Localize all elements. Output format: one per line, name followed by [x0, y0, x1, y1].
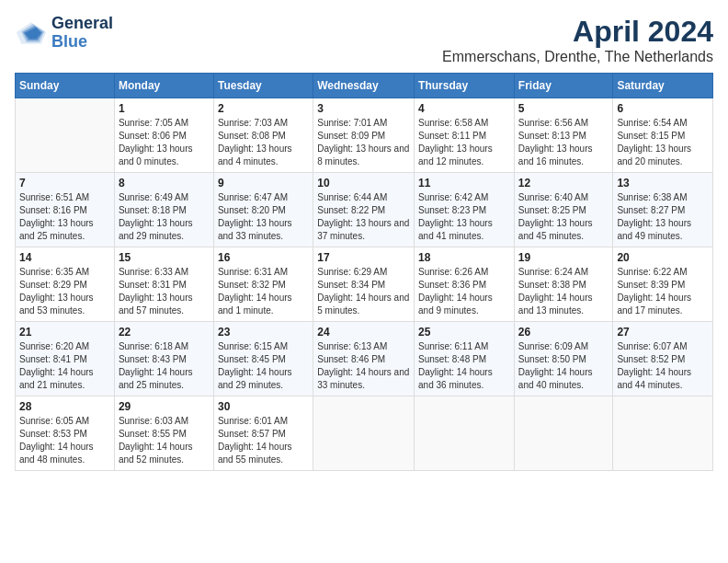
calendar-cell: 10Sunrise: 6:44 AMSunset: 8:22 PMDayligh… — [313, 173, 415, 247]
calendar-cell: 16Sunrise: 6:31 AMSunset: 8:32 PMDayligh… — [213, 247, 313, 322]
main-title: April 2024 — [442, 15, 713, 49]
calendar-cell: 22Sunrise: 6:18 AMSunset: 8:43 PMDayligh… — [114, 322, 213, 396]
day-number: 23 — [218, 326, 309, 339]
day-number: 30 — [218, 400, 309, 413]
day-info: Sunrise: 6:24 AMSunset: 8:38 PMDaylight:… — [518, 266, 609, 317]
calendar-cell: 23Sunrise: 6:15 AMSunset: 8:45 PMDayligh… — [213, 322, 313, 396]
day-info: Sunrise: 6:29 AMSunset: 8:34 PMDaylight:… — [317, 266, 410, 317]
day-header-saturday: Saturday — [613, 74, 713, 98]
day-info: Sunrise: 6:44 AMSunset: 8:22 PMDaylight:… — [317, 191, 410, 243]
day-info: Sunrise: 6:01 AMSunset: 8:57 PMDaylight:… — [218, 415, 309, 466]
day-info: Sunrise: 6:42 AMSunset: 8:23 PMDaylight:… — [418, 191, 510, 243]
day-info: Sunrise: 6:33 AMSunset: 8:31 PMDaylight:… — [119, 266, 210, 317]
day-info: Sunrise: 6:40 AMSunset: 8:25 PMDaylight:… — [518, 191, 609, 243]
day-number: 20 — [617, 251, 709, 264]
day-info: Sunrise: 6:49 AMSunset: 8:18 PMDaylight:… — [119, 191, 210, 243]
week-row-3: 14Sunrise: 6:35 AMSunset: 8:29 PMDayligh… — [16, 247, 713, 322]
day-number: 18 — [418, 251, 510, 264]
week-row-2: 7Sunrise: 6:51 AMSunset: 8:16 PMDaylight… — [16, 173, 713, 247]
day-number: 29 — [119, 400, 210, 413]
header-row: SundayMondayTuesdayWednesdayThursdayFrid… — [16, 74, 713, 98]
day-number: 5 — [518, 102, 609, 115]
day-info: Sunrise: 6:13 AMSunset: 8:46 PMDaylight:… — [317, 340, 410, 392]
day-info: Sunrise: 6:38 AMSunset: 8:27 PMDaylight:… — [617, 191, 709, 243]
day-number: 28 — [19, 400, 110, 413]
day-header-sunday: Sunday — [16, 74, 115, 98]
calendar-cell: 19Sunrise: 6:24 AMSunset: 8:38 PMDayligh… — [514, 247, 613, 322]
day-info: Sunrise: 6:51 AMSunset: 8:16 PMDaylight:… — [19, 191, 110, 243]
day-info: Sunrise: 6:15 AMSunset: 8:45 PMDaylight:… — [218, 340, 309, 392]
day-info: Sunrise: 6:35 AMSunset: 8:29 PMDaylight:… — [19, 266, 110, 317]
calendar-cell: 6Sunrise: 6:54 AMSunset: 8:15 PMDaylight… — [613, 98, 713, 173]
calendar-cell: 3Sunrise: 7:01 AMSunset: 8:09 PMDaylight… — [313, 98, 415, 173]
calendar-cell: 30Sunrise: 6:01 AMSunset: 8:57 PMDayligh… — [213, 396, 313, 471]
day-number: 16 — [218, 251, 309, 264]
calendar-cell: 17Sunrise: 6:29 AMSunset: 8:34 PMDayligh… — [313, 247, 415, 322]
title-section: April 2024 Emmerschans, Drenthe, The Net… — [442, 15, 713, 65]
calendar-cell — [16, 98, 115, 173]
day-info: Sunrise: 6:11 AMSunset: 8:48 PMDaylight:… — [418, 340, 510, 392]
day-number: 8 — [119, 177, 210, 190]
logo-icon — [15, 20, 48, 46]
page-header: General Blue April 2024 Emmerschans, Dre… — [15, 15, 713, 65]
day-number: 13 — [617, 177, 709, 190]
day-info: Sunrise: 6:31 AMSunset: 8:32 PMDaylight:… — [218, 266, 309, 317]
calendar-cell: 15Sunrise: 6:33 AMSunset: 8:31 PMDayligh… — [114, 247, 213, 322]
subtitle: Emmerschans, Drenthe, The Netherlands — [442, 49, 713, 65]
day-info: Sunrise: 7:05 AMSunset: 8:06 PMDaylight:… — [119, 117, 210, 168]
day-number: 24 — [317, 326, 410, 339]
day-number: 1 — [119, 102, 210, 115]
calendar-cell: 21Sunrise: 6:20 AMSunset: 8:41 PMDayligh… — [16, 322, 115, 396]
calendar-cell: 2Sunrise: 7:03 AMSunset: 8:08 PMDaylight… — [213, 98, 313, 173]
calendar-cell: 9Sunrise: 6:47 AMSunset: 8:20 PMDaylight… — [213, 173, 313, 247]
day-number: 4 — [418, 102, 510, 115]
calendar-cell: 24Sunrise: 6:13 AMSunset: 8:46 PMDayligh… — [313, 322, 415, 396]
calendar-cell: 26Sunrise: 6:09 AMSunset: 8:50 PMDayligh… — [514, 322, 613, 396]
calendar-cell — [415, 396, 515, 471]
day-info: Sunrise: 6:56 AMSunset: 8:13 PMDaylight:… — [518, 117, 609, 168]
day-header-tuesday: Tuesday — [213, 74, 313, 98]
calendar-cell: 25Sunrise: 6:11 AMSunset: 8:48 PMDayligh… — [415, 322, 515, 396]
day-info: Sunrise: 6:09 AMSunset: 8:50 PMDaylight:… — [518, 340, 609, 392]
day-info: Sunrise: 6:26 AMSunset: 8:36 PMDaylight:… — [418, 266, 510, 317]
logo-text-line1: General — [51, 15, 113, 33]
day-info: Sunrise: 7:01 AMSunset: 8:09 PMDaylight:… — [317, 117, 410, 168]
calendar-cell: 1Sunrise: 7:05 AMSunset: 8:06 PMDaylight… — [114, 98, 213, 173]
calendar-cell — [613, 396, 713, 471]
week-row-5: 28Sunrise: 6:05 AMSunset: 8:53 PMDayligh… — [16, 396, 713, 471]
calendar-cell: 20Sunrise: 6:22 AMSunset: 8:39 PMDayligh… — [613, 247, 713, 322]
day-number: 14 — [19, 251, 110, 264]
day-info: Sunrise: 6:18 AMSunset: 8:43 PMDaylight:… — [119, 340, 210, 392]
day-info: Sunrise: 6:22 AMSunset: 8:39 PMDaylight:… — [617, 266, 709, 317]
day-header-wednesday: Wednesday — [313, 74, 415, 98]
calendar-cell: 27Sunrise: 6:07 AMSunset: 8:52 PMDayligh… — [613, 322, 713, 396]
day-info: Sunrise: 6:58 AMSunset: 8:11 PMDaylight:… — [418, 117, 510, 168]
day-header-monday: Monday — [114, 74, 213, 98]
day-number: 17 — [317, 251, 410, 264]
day-info: Sunrise: 6:03 AMSunset: 8:55 PMDaylight:… — [119, 415, 210, 466]
day-info: Sunrise: 6:54 AMSunset: 8:15 PMDaylight:… — [617, 117, 709, 168]
day-info: Sunrise: 6:07 AMSunset: 8:52 PMDaylight:… — [617, 340, 709, 392]
calendar-cell: 11Sunrise: 6:42 AMSunset: 8:23 PMDayligh… — [415, 173, 515, 247]
calendar-cell: 13Sunrise: 6:38 AMSunset: 8:27 PMDayligh… — [613, 173, 713, 247]
day-info: Sunrise: 6:20 AMSunset: 8:41 PMDaylight:… — [19, 340, 110, 392]
calendar-cell: 28Sunrise: 6:05 AMSunset: 8:53 PMDayligh… — [16, 396, 115, 471]
day-number: 27 — [617, 326, 709, 339]
calendar-cell — [313, 396, 415, 471]
day-number: 3 — [317, 102, 410, 115]
calendar-cell: 8Sunrise: 6:49 AMSunset: 8:18 PMDaylight… — [114, 173, 213, 247]
calendar-cell — [514, 396, 613, 471]
day-info: Sunrise: 6:47 AMSunset: 8:20 PMDaylight:… — [218, 191, 309, 243]
calendar-cell: 14Sunrise: 6:35 AMSunset: 8:29 PMDayligh… — [16, 247, 115, 322]
day-number: 11 — [418, 177, 510, 190]
day-number: 25 — [418, 326, 510, 339]
logo-text-line2: Blue — [51, 33, 113, 52]
calendar-cell: 5Sunrise: 6:56 AMSunset: 8:13 PMDaylight… — [514, 98, 613, 173]
calendar-cell: 12Sunrise: 6:40 AMSunset: 8:25 PMDayligh… — [514, 173, 613, 247]
calendar-table: SundayMondayTuesdayWednesdayThursdayFrid… — [15, 73, 713, 471]
calendar-cell: 29Sunrise: 6:03 AMSunset: 8:55 PMDayligh… — [114, 396, 213, 471]
day-number: 7 — [19, 177, 110, 190]
day-number: 6 — [617, 102, 709, 115]
day-info: Sunrise: 7:03 AMSunset: 8:08 PMDaylight:… — [218, 117, 309, 168]
calendar-cell: 4Sunrise: 6:58 AMSunset: 8:11 PMDaylight… — [415, 98, 515, 173]
